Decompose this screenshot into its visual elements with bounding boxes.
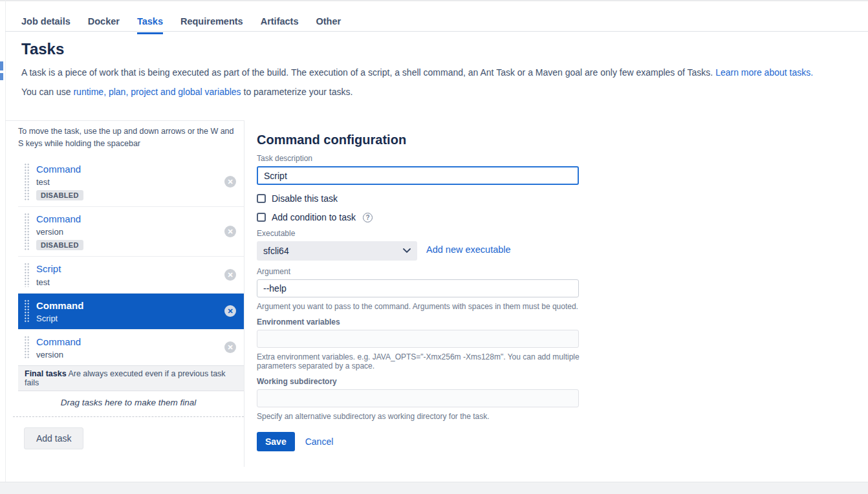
intro-text: A task is a piece of work that is being … [21,67,715,78]
task-list-item[interactable]: Script test ✕ [18,256,244,292]
remove-task-icon[interactable]: ✕ [224,269,236,281]
remove-task-icon[interactable]: ✕ [224,341,236,353]
remove-task-icon[interactable]: ✕ [224,305,236,317]
disable-task-checkbox[interactable] [257,194,266,203]
task-description-text: Script [36,314,83,323]
drag-handle-icon[interactable] [24,163,30,200]
variables-text-suffix: to parameterize your tasks. [241,87,353,97]
left-edge-artifact [0,61,3,70]
task-type-link[interactable]: Script [36,263,61,275]
add-condition-label: Add condition to task [272,212,356,222]
chevron-down-icon [403,248,411,253]
page-title: Tasks [21,40,64,58]
task-sidebar: To move the task, use the up and down ar… [5,121,244,449]
task-list-item[interactable]: Command version ✕ [18,329,244,365]
remove-task-icon[interactable]: ✕ [224,226,236,237]
left-edge-artifact [0,73,3,80]
task-description-text: version [36,350,81,360]
learn-more-link[interactable]: Learn more about tasks. [715,67,813,78]
footer-band [0,482,868,494]
job-config-tabs: Job details Docker Tasks Requirements Ar… [21,16,341,34]
intro-paragraph: A task is a piece of work that is being … [21,67,813,78]
task-type-link[interactable]: Command [36,163,83,176]
executable-label: Executable [257,229,619,238]
tab-requirements[interactable]: Requirements [180,16,243,34]
tab-docker[interactable]: Docker [88,16,120,34]
task-list-item[interactable]: Command version DISABLED ✕ [18,206,244,256]
add-new-executable-link[interactable]: Add new executable [426,244,511,255]
argument-helper-text: Argument you want to pass to the command… [257,302,619,311]
task-type-link[interactable]: Command [36,299,83,312]
task-disabled-badge: DISABLED [36,190,83,200]
argument-input[interactable] [257,279,579,297]
executable-select[interactable]: sfcli64 [257,241,417,261]
bamboo-job-config-page: Job details Docker Tasks Requirements Ar… [0,0,868,494]
task-type-link[interactable]: Command [36,213,83,226]
task-description-text: test [36,277,61,287]
remove-task-icon[interactable]: ✕ [224,176,236,188]
working-subdirectory-label: Working subdirectory [257,377,619,386]
task-list: Command test DISABLED ✕ Command version … [18,157,244,365]
task-description-label: Task description [257,154,619,163]
drag-handle-icon[interactable] [24,299,30,323]
top-border [0,0,868,1]
tab-artifacts[interactable]: Artifacts [261,16,299,34]
add-task-button[interactable]: Add task [24,427,83,449]
final-tasks-label: Final tasks [25,369,67,378]
final-tasks-dropzone[interactable]: Drag tasks here to make them final [13,391,244,417]
drag-handle-icon[interactable] [24,336,30,360]
environment-variables-helper-text: Extra environment variables. e.g. JAVA_O… [257,352,619,370]
task-disabled-badge: DISABLED [36,240,83,250]
drag-handle-icon[interactable] [24,213,30,250]
executable-row: sfcli64 Add new executable [257,241,619,261]
panel-divider [244,120,244,467]
command-configuration-panel: Command configuration Task description D… [257,133,619,451]
add-condition-checkbox[interactable] [257,213,266,222]
tab-tasks[interactable]: Tasks [137,16,163,34]
reorder-hint: To move the task, use the up and down ar… [5,121,244,157]
argument-label: Argument [257,267,619,276]
variables-text-prefix: You can use [21,87,73,97]
environment-variables-label: Environment variables [257,317,619,327]
tab-job-details[interactable]: Job details [21,16,71,34]
task-description-text: version [36,227,83,237]
form-actions: Save Cancel [257,432,619,451]
save-button[interactable]: Save [257,432,295,451]
task-description-text: test [36,177,83,187]
variables-link[interactable]: runtime, plan, project and global variab… [73,87,241,97]
working-subdirectory-input[interactable] [257,389,579,407]
task-list-item[interactable]: Command Script ✕ [18,293,244,329]
variables-paragraph: You can use runtime, plan, project and g… [21,87,353,97]
panel-heading: Command configuration [257,133,619,147]
disable-task-label: Disable this task [272,193,338,204]
condition-help-icon[interactable]: ? [363,213,373,222]
tab-other[interactable]: Other [316,16,342,34]
environment-variables-input[interactable] [257,330,579,348]
disable-task-row: Disable this task [257,193,619,204]
executable-selected-value: sfcli64 [263,246,289,256]
task-list-item[interactable]: Command test DISABLED ✕ [18,157,244,206]
task-description-input[interactable] [257,166,579,185]
task-type-link[interactable]: Command [36,336,81,349]
working-subdirectory-helper-text: Specify an alternative subdirectory as w… [257,412,619,421]
cancel-link[interactable]: Cancel [305,436,334,447]
add-condition-row: Add condition to task ? [257,212,619,222]
drag-handle-icon[interactable] [24,263,30,286]
final-tasks-header: Final tasks Are always executed even if … [18,365,244,391]
